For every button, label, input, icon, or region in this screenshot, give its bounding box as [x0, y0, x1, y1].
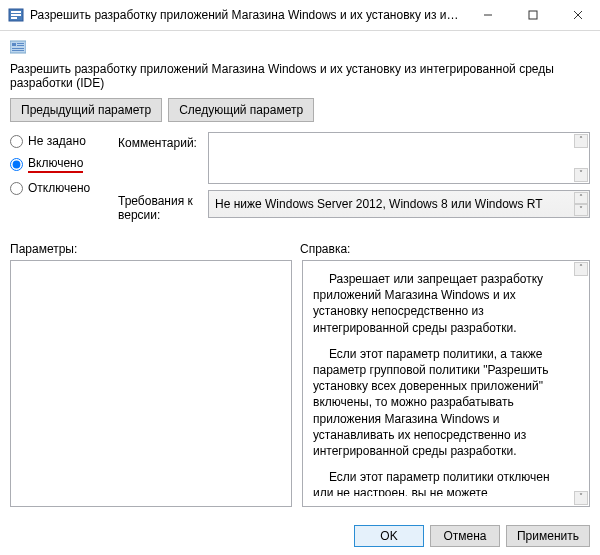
titlebar: Разрешить разработку приложений Магазина…: [0, 0, 600, 31]
requirements-scrollbar[interactable]: ˄ ˅: [574, 192, 588, 216]
radio-disabled[interactable]: Отключено: [10, 181, 110, 195]
window-title: Разрешить разработку приложений Магазина…: [30, 8, 465, 22]
state-radio-group: Не задано Включено Отключено: [10, 132, 110, 228]
help-scrollbar[interactable]: ˄ ˅: [574, 262, 588, 505]
scroll-up-icon[interactable]: ˄: [574, 192, 588, 204]
radio-enabled-input[interactable]: [10, 158, 23, 171]
svg-rect-5: [529, 11, 537, 19]
help-paragraph: Если этот параметр политики отключен или…: [313, 469, 569, 496]
scroll-up-icon[interactable]: ˄: [574, 262, 588, 276]
requirements-box: Не ниже Windows Server 2012, Windows 8 и…: [208, 190, 590, 218]
radio-not-configured-label: Не задано: [28, 134, 86, 148]
dialog-footer: OK Отмена Применить: [354, 525, 590, 547]
next-setting-button[interactable]: Следующий параметр: [168, 98, 314, 122]
svg-rect-13: [12, 50, 24, 51]
scroll-down-icon[interactable]: ˅: [574, 168, 588, 182]
svg-rect-10: [17, 43, 24, 44]
minimize-button[interactable]: [465, 0, 510, 30]
radio-not-configured-input[interactable]: [10, 135, 23, 148]
svg-rect-11: [17, 45, 24, 46]
app-icon: [8, 7, 24, 23]
radio-enabled-label: Включено: [28, 156, 83, 173]
radio-disabled-label: Отключено: [28, 181, 90, 195]
requirements-label: Требования к версии:: [118, 190, 208, 222]
comment-textarea[interactable]: ˄ ˅: [208, 132, 590, 184]
ok-button[interactable]: OK: [354, 525, 424, 547]
close-button[interactable]: [555, 0, 600, 30]
policy-icon: [10, 39, 26, 55]
radio-not-configured[interactable]: Не задано: [10, 134, 110, 148]
help-paragraph: Разрешает или запрещает разработку прило…: [313, 271, 569, 336]
previous-setting-button[interactable]: Предыдущий параметр: [10, 98, 162, 122]
scroll-down-icon[interactable]: ˅: [574, 491, 588, 505]
scroll-down-icon[interactable]: ˅: [574, 204, 588, 216]
comment-label: Комментарий:: [118, 132, 208, 150]
svg-rect-12: [12, 48, 24, 49]
help-paragraph: Если этот параметр политики, а также пар…: [313, 346, 569, 459]
scroll-up-icon[interactable]: ˄: [574, 134, 588, 148]
svg-rect-1: [11, 11, 21, 13]
comment-scrollbar[interactable]: ˄ ˅: [574, 134, 588, 182]
policy-title: Разрешить разработку приложений Магазина…: [10, 62, 590, 90]
help-panel: Разрешает или запрещает разработку прило…: [302, 260, 590, 507]
requirements-value: Не ниже Windows Server 2012, Windows 8 и…: [215, 197, 543, 211]
maximize-button[interactable]: [510, 0, 555, 30]
help-text: Разрешает или запрещает разработку прило…: [313, 271, 569, 496]
svg-rect-3: [11, 17, 17, 19]
svg-rect-2: [11, 14, 21, 16]
help-section-label: Справка:: [300, 242, 350, 256]
apply-button[interactable]: Применить: [506, 525, 590, 547]
options-section-label: Параметры:: [10, 242, 300, 256]
svg-rect-8: [10, 41, 26, 53]
svg-rect-9: [12, 43, 16, 46]
cancel-button[interactable]: Отмена: [430, 525, 500, 547]
radio-disabled-input[interactable]: [10, 182, 23, 195]
radio-enabled[interactable]: Включено: [10, 156, 110, 173]
options-panel: [10, 260, 292, 507]
